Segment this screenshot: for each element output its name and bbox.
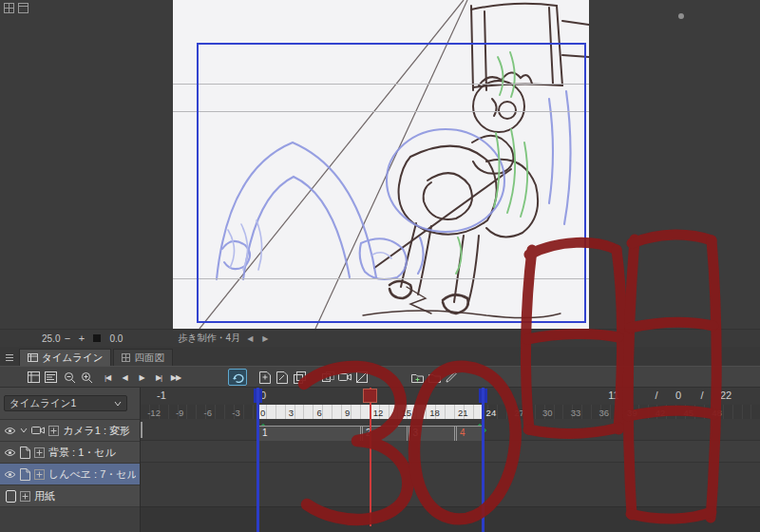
visibility-eye-icon[interactable] (4, 448, 16, 457)
ruler-frame-label: -9 (176, 408, 183, 418)
zoom-out-button[interactable]: − (60, 332, 74, 344)
timeline-edit-icon[interactable] (42, 369, 59, 386)
ruler-frame-label: 9 (345, 408, 350, 418)
animation-cel[interactable]: 4 (456, 426, 484, 442)
2d-camera-icon[interactable] (336, 369, 353, 386)
layer-row-camera[interactable]: カメラ1 : 変形 (0, 420, 140, 442)
light-table-icon[interactable] (353, 369, 370, 386)
panel-menu-icon[interactable] (0, 350, 19, 366)
timeline-body: タイムライン1 (0, 388, 760, 532)
specify-cel-icon[interactable] (274, 369, 291, 386)
panel-tab-bar: タイムライン 四面図 (0, 347, 760, 366)
timeline-empty-area (141, 506, 760, 532)
track-rows: 11234 (141, 419, 760, 463)
canvas-title: 歩き制作・4月 (178, 332, 240, 345)
chevron-down-icon (114, 401, 122, 407)
zoom-slider-handle[interactable] (93, 334, 101, 342)
loop-play-icon[interactable] (228, 369, 247, 386)
ruler-frame-label: 27 (514, 408, 524, 418)
zoom-in-icon[interactable] (78, 369, 95, 386)
zoom-in-button[interactable]: + (74, 332, 88, 344)
ruler-frame-label: 6 (316, 408, 321, 418)
expand-plus-icon[interactable] (48, 426, 59, 436)
new-animation-cel-icon[interactable] (256, 369, 274, 386)
prev-canvas-button[interactable]: ◀ (244, 334, 256, 343)
drawing-canvas[interactable] (173, 0, 589, 329)
camera-icon (31, 426, 45, 435)
layer-name: カメラ1 : 変形 (63, 424, 130, 438)
animation-cel[interactable]: 2 (362, 426, 408, 442)
expand-plus-icon[interactable] (34, 469, 45, 480)
rotation-value: 0.0 (109, 333, 123, 344)
ruler-frame-label: -12 (147, 408, 161, 418)
layer-name: 背景 : 1・セル (48, 446, 116, 460)
layer-row-paper[interactable]: 用紙 (0, 485, 140, 507)
frames-ruler[interactable]: -12-9-6-3036912151821242730333639424548 (141, 405, 760, 420)
canvas-navigation-bar: 25.0 − + 0.0 歩き制作・4月 ◀ ▶ (0, 329, 760, 347)
go-to-start-button[interactable]: |◀ (99, 369, 116, 386)
visibility-eye-icon[interactable] (4, 427, 16, 435)
grid-icon[interactable] (18, 3, 28, 13)
visibility-eye-icon[interactable] (4, 470, 16, 479)
tab-label: 四面図 (134, 352, 164, 365)
ruler-frame-label: 18 (429, 408, 440, 418)
timeline-settings-icon[interactable] (25, 369, 42, 386)
canvas-top-icons (4, 3, 28, 13)
expand-plus-icon[interactable] (34, 447, 45, 458)
animation-cel[interactable]: 3 (408, 426, 455, 442)
timeline-toolbar: |◀ ◀ ▶ ▶| ▶▶ (0, 366, 760, 388)
zoom-value: 25.0 (42, 333, 60, 344)
ruler-frame-label: 39 (627, 408, 637, 418)
zoom-out-icon[interactable] (61, 369, 78, 386)
clip-studio-animation-screen: 25.0 − + 0.0 歩き制作・4月 ◀ ▶ タイムライン 四面図 (0, 0, 760, 532)
pencil-icon[interactable] (443, 369, 460, 386)
seconds-ruler[interactable]: -1011/0/22 (141, 388, 760, 406)
ruler-frame-label: 15 (402, 408, 412, 418)
expand-plus-icon[interactable] (20, 491, 30, 502)
tab-label: タイムライン (42, 352, 103, 365)
paper-icon (6, 490, 16, 503)
tab-timeline[interactable]: タイムライン (19, 349, 111, 366)
timeline-name: タイムライン1 (10, 397, 76, 410)
ruler-frame-label: 12 (373, 408, 384, 418)
play-button[interactable]: ▶ (133, 369, 150, 386)
ruler-frame-label: 33 (571, 408, 581, 418)
animation-cel[interactable]: 1 (258, 426, 361, 442)
ruler-seconds-label: 11 (608, 390, 618, 401)
timeline-select-dropdown[interactable]: タイムライン1 (4, 395, 127, 411)
track-row-cell[interactable]: 1234 (141, 422, 142, 438)
onion-skin-icon[interactable] (319, 369, 336, 386)
folder-icon[interactable] (426, 369, 443, 386)
ruler-frame-label: 0 (260, 408, 265, 418)
collapse-caret-icon[interactable] (20, 428, 28, 433)
cel-number: 1 (262, 428, 268, 438)
cel-number: 4 (460, 428, 466, 438)
tab-four-view[interactable]: 四面図 (113, 349, 173, 366)
batch-specify-cels-icon[interactable] (291, 369, 308, 386)
prev-frame-button[interactable]: ◀ (116, 369, 133, 386)
ruler-seconds-label: / (700, 390, 703, 401)
cel-number: 2 (366, 428, 371, 438)
ruler-frame-label: -6 (204, 408, 212, 418)
ruler-seconds-label: 0 (260, 390, 266, 401)
timeline-select-area: タイムライン1 (0, 388, 140, 420)
next-canvas-button[interactable]: ▶ (259, 334, 271, 343)
ruler-frame-label: -3 (232, 408, 239, 418)
grid-icon[interactable] (4, 3, 14, 13)
new-folder-icon[interactable] (408, 369, 426, 386)
ruler-frame-label: 45 (684, 408, 694, 418)
ruler-frame-label: 36 (598, 408, 609, 418)
layer-row-shinbei[interactable]: しんべヱ : 7・セル (0, 464, 140, 485)
camera-frame (197, 43, 586, 323)
ruler-seconds-label: 0 (675, 390, 681, 401)
layer-row-background[interactable]: 背景 : 1・セル (0, 442, 140, 464)
cursor-dot (678, 13, 684, 19)
ruler-frame-label: 30 (542, 408, 553, 418)
go-to-end-button[interactable]: ▶▶ (167, 369, 184, 386)
layer-name: 用紙 (34, 489, 55, 504)
track-row-paper[interactable] (141, 441, 760, 463)
next-frame-button[interactable]: ▶| (150, 369, 167, 386)
ruler-frame-label: 24 (486, 408, 497, 418)
cel-document-icon (20, 468, 30, 481)
ruler-seconds-label: / (655, 390, 657, 401)
